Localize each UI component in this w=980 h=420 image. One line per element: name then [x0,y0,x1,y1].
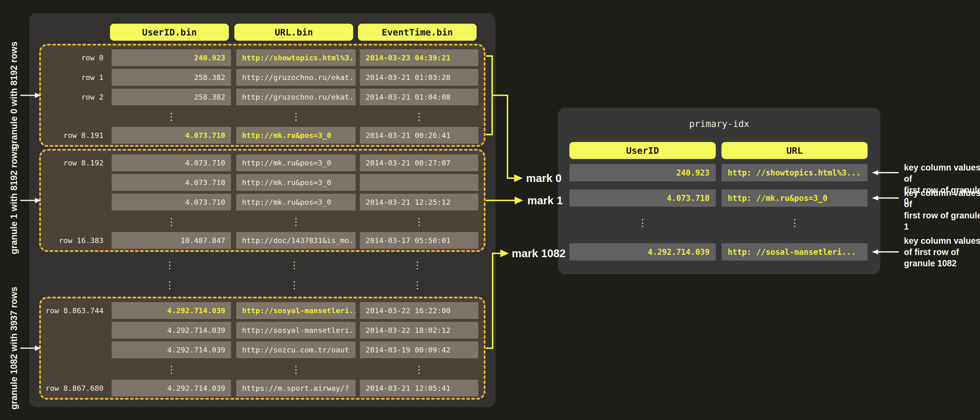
eventtime-cell: 2014-03-21 01:04:08 [360,89,478,105]
index-url-cell: http: //mk.ru&pos=3_0 [721,189,868,207]
index-column-header-userid: UserID [570,142,716,159]
ellipsis-row: ⋮ ⋮ ⋮ [41,108,484,125]
eventtime-cell: 2014-03-21 01:03:28 [360,69,478,86]
index-userid-cell: 4.073.710 [570,189,716,207]
ellipsis-row: ⋮ ⋮ ⋮ [41,213,484,230]
url-cell: http://doc/1437831&is_mo... [236,232,356,249]
userid-cell: 4.292.714.039 [112,322,231,339]
table-row: row 0 240.923 http://showtopics.html%3..… [41,50,484,66]
granule-0-box: row 0 240.923 http://showtopics.html%3..… [39,44,485,147]
column-header-label: UserID [626,145,659,156]
index-url-cell: http: //sosal-mansetleri... [721,243,868,260]
ellipsis: ⋮ [721,216,868,230]
url-cell: http://gruzochno.ru/ekat... [236,89,356,105]
eventtime-cell: 2014-03-23 04:39:21 [360,50,478,66]
url-cell: http://mk.ru&pos=3_0 [236,155,356,171]
row-label [41,174,107,191]
row-label: row 8.191 [41,127,107,144]
userid-cell: 4.292.714.039 [112,380,231,396]
ellipsis: ⋮ [358,276,477,293]
eventtime-cell: 2014-03-21 00:26:41 [360,127,478,144]
url-cell: http://showtopics.html%3... [236,50,356,66]
row-label: row 8.867.680 [41,380,107,396]
table-row: row 8.191 4.073.710 http://mk.ru&pos=3_0… [41,127,484,144]
column-header-url-bin: URL.bin [234,24,353,41]
diagram-clickhouse-primary-index: UserID.bin URL.bin EventTime.bin row 0 2… [0,0,980,420]
index-userid-cell: 4.292.714.039 [570,243,716,260]
arrowhead-right-icon [515,196,523,204]
mark-1082-label: mark 1082 [512,247,566,260]
ellipsis: ⋮ [110,276,229,293]
ellipsis: ⋮ [570,216,716,230]
ellipsis: ⋮ [236,213,356,230]
annotation-granule-1: key column values of first row of granul… [904,187,980,232]
table-row: row 1 258.382 http://gruzochno.ru/ekat..… [41,69,484,86]
granule-1-box: row 8.192 4.073.710 http://mk.ru&pos=3_0… [39,149,485,252]
column-header-label: URL [786,145,803,156]
column-header-label: URL.bin [275,27,313,38]
row-label [41,342,107,358]
column-header-label: UserID.bin [142,27,197,38]
userid-cell: 4.073.710 [112,174,231,191]
eventtime-cell: 2014-03-17 05:50:01 [360,232,478,249]
userid-cell: 258.382 [112,69,231,86]
userid-cell: 4.073.710 [112,194,231,211]
url-cell: http://mk.ru&pos=3_0 [236,127,356,144]
column-header-eventtime-bin: EventTime.bin [358,24,477,41]
ellipsis: ⋮ [360,108,478,125]
eventtime-cell: 2014-03-22 18:02:12 [360,322,478,339]
ellipsis: ⋮ [112,361,231,378]
primary-index-title: primary-idx [558,118,880,129]
table-row: 4.073.710 http://mk.ru&pos=3_0 [41,174,484,191]
eventtime-cell: 2014-03-21 12:25:12 [360,194,478,211]
row-label: row 16.383 [41,232,107,249]
table-row: 4.292.714.039 http://sosyal-mansetleri..… [41,322,484,339]
eventtime-cell: 2014-03-21 12:05:41 [360,380,478,396]
granule-1-label: granule 1 with 8192 rows [9,147,19,254]
arrowhead-right-icon [514,174,523,182]
url-cell: http://sozcu.com.tr/oaut [236,342,356,358]
eventtime-cell: 2014-03-19 00:09:42 [360,342,478,358]
eventtime-cell: 2014-03-21 00:27:07 [360,155,478,171]
ellipsis: ⋮ [112,213,231,230]
url-cell: http://sosyal-mansetleri... [236,302,356,319]
ellipsis: ⋮ [360,361,478,378]
ellipsis-row: ⋮ ⋮ ⋮ [41,361,484,378]
table-row: row 8.867.680 4.292.714.039 https://m.sp… [41,380,484,396]
row-label [41,322,107,339]
index-column-header-url: URL [721,142,868,159]
ellipsis: ⋮ [235,276,354,293]
annotation-granule-1082: key column values of first row of granul… [904,235,980,269]
mark-0-label: mark 0 [526,172,562,185]
granule-1082-label: granule 1082 with 3937 rows [9,287,19,409]
table-row: 4.073.710 http://mk.ru&pos=3_0 2014-03-2… [41,194,484,211]
ellipsis: ⋮ [110,257,229,273]
table-row: row 8.192 4.073.710 http://mk.ru&pos=3_0… [41,155,484,171]
index-url-cell: http: //showtopics.html%3... [721,164,868,181]
ellipsis: ⋮ [236,361,356,378]
table-row: row 8.863.744 4.292.714.039 http://sosya… [41,302,484,319]
url-cell: http://mk.ru&pos=3_0 [236,194,356,211]
row-label: row 2 [41,89,107,105]
userid-cell: 258.382 [112,89,231,105]
userid-cell: 240.923 [112,50,231,66]
arrowhead-right-icon [500,249,509,257]
ellipsis: ⋮ [235,257,354,273]
granule-1082-box: row 8.863.744 4.292.714.039 http://sosya… [39,297,485,400]
row-label: row 1 [41,69,107,86]
ellipsis: ⋮ [236,108,356,125]
row-label [41,194,107,211]
ellipsis: ⋮ [112,108,231,125]
url-cell: https://m.sport.airway/? [236,380,356,396]
ellipsis: ⋮ [358,257,477,273]
row-label: row 0 [41,50,107,66]
url-cell: http://mk.ru&pos=3_0 [236,174,356,191]
userid-cell: 4.292.714.039 [112,342,231,358]
table-row: 4.292.714.039 http://sozcu.com.tr/oaut 2… [41,342,484,358]
granule-0-label: granule 0 with 8192 rows [9,42,19,149]
table-row: row 16.383 10.487.847 http://doc/1437831… [41,232,484,249]
userid-cell: 4.292.714.039 [112,302,231,319]
userid-cell: 10.487.847 [112,232,231,249]
userid-cell: 4.073.710 [112,127,231,144]
ellipsis-row: ⋮ ⋮ ⋮ [39,276,485,291]
